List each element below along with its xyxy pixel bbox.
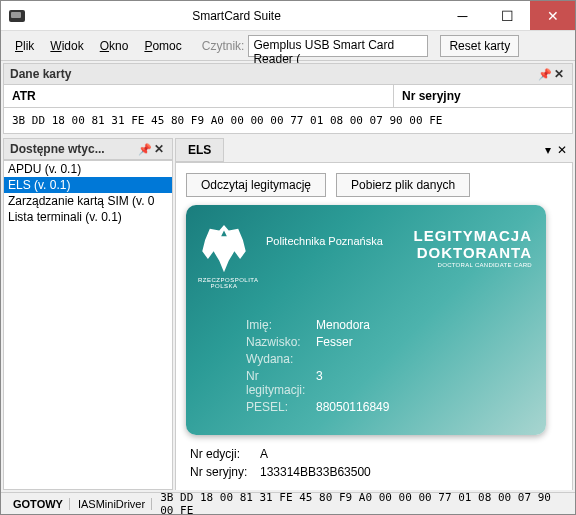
minimize-button[interactable]: ─ (440, 1, 485, 30)
menubar: Plik Widok Okno Pomoc Czytnik: Gemplus U… (1, 31, 575, 61)
emblem-label: RZECZPOSPOLITA POLSKA (198, 277, 250, 289)
statusbar: GOTOWY IASMiniDriver 3B DD 18 00 81 31 F… (1, 492, 575, 514)
atr-label: ATR (4, 85, 394, 107)
titlebar: SmartCard Suite ─ ☐ ✕ (1, 1, 575, 31)
tab-row: ELS ▾ ✕ (175, 138, 573, 162)
tab-els[interactable]: ELS (175, 138, 224, 162)
card-extra-info: Nr edycji:A Nr seryjny:133314BB33B63500 (186, 443, 562, 483)
reader-dropdown[interactable]: Gemplus USB Smart Card Reader ( (248, 35, 428, 57)
maximize-button[interactable]: ☐ (485, 1, 530, 30)
edition-value: A (260, 447, 268, 461)
plugin-list: APDU (v. 0.1) ELS (v. 0.1) Zarządzanie k… (3, 160, 173, 490)
menu-pomoc[interactable]: Pomoc (138, 35, 187, 57)
status-driver: IASMiniDriver (72, 498, 152, 510)
close-panel-icon[interactable]: ✕ (554, 67, 566, 81)
reader-label: Czytnik: (202, 39, 245, 53)
sidebar-title: Dostępne wtyc... (10, 142, 105, 156)
card-data-panel: Dane karty 📌 ✕ ATR Nr seryjny 3B DD 18 0… (3, 63, 573, 134)
sidebar-header: Dostępne wtyc... 📌 ✕ (3, 138, 173, 160)
app-icon (9, 10, 25, 22)
university-name: Politechnika Poznańska (266, 235, 383, 247)
download-data-button[interactable]: Pobierz plik danych (336, 173, 470, 197)
pin-icon[interactable]: 📌 (538, 68, 550, 81)
sidebar-item-els[interactable]: ELS (v. 0.1) (4, 177, 172, 193)
nr-seryjny-label: Nr seryjny (394, 85, 572, 107)
atr-value: 3B DD 18 00 81 31 FE 45 80 F9 A0 00 00 0… (12, 114, 442, 127)
card-data-title: Dane karty (10, 67, 71, 81)
reset-button[interactable]: Reset karty (440, 35, 519, 57)
tab-dropdown-icon[interactable]: ▾ (545, 143, 551, 157)
read-card-button[interactable]: Odczytaj legitymację (186, 173, 326, 197)
content-body: Odczytaj legitymację Pobierz plik danych… (175, 162, 573, 490)
menu-widok[interactable]: Widok (44, 35, 89, 57)
card-pesel: 88050116849 (316, 400, 389, 414)
sidebar-item-terminals[interactable]: Lista terminali (v. 0.1) (4, 209, 172, 225)
card-data-header: Dane karty 📌 ✕ (3, 63, 573, 85)
menu-plik[interactable]: Plik (9, 35, 40, 57)
sidebar-item-apdu[interactable]: APDU (v. 0.1) (4, 161, 172, 177)
tab-close-icon[interactable]: ✕ (557, 143, 567, 157)
content: ELS ▾ ✕ Odczytaj legitymację Pobierz pli… (175, 138, 573, 490)
eagle-emblem-icon (200, 223, 248, 275)
serial-value: 133314BB33B63500 (260, 465, 371, 479)
card-number: 3 (316, 369, 323, 397)
card-last-name: Fesser (316, 335, 353, 349)
status-atr: 3B DD 18 00 81 31 FE 45 80 F9 A0 00 00 0… (154, 491, 569, 516)
menu-okno[interactable]: Okno (94, 35, 135, 57)
sidebar: Dostępne wtyc... 📌 ✕ APDU (v. 0.1) ELS (… (3, 138, 173, 490)
card-fields: Imię:Menodora Nazwisko:Fesser Wydana: Nr… (246, 318, 389, 417)
close-panel-icon[interactable]: ✕ (154, 142, 166, 156)
close-button[interactable]: ✕ (530, 1, 575, 30)
pin-icon[interactable]: 📌 (138, 143, 150, 156)
sidebar-item-sim[interactable]: Zarządzanie kartą SIM (v. 0 (4, 193, 172, 209)
card-first-name: Menodora (316, 318, 370, 332)
window-title: SmartCard Suite (33, 9, 440, 23)
status-state: GOTOWY (7, 498, 70, 510)
id-card-preview: RZECZPOSPOLITA POLSKA Politechnika Pozna… (186, 205, 546, 435)
card-type-label: LEGITYMACJA DOKTORANTA DOCTORAL CANDIDAT… (413, 227, 532, 268)
